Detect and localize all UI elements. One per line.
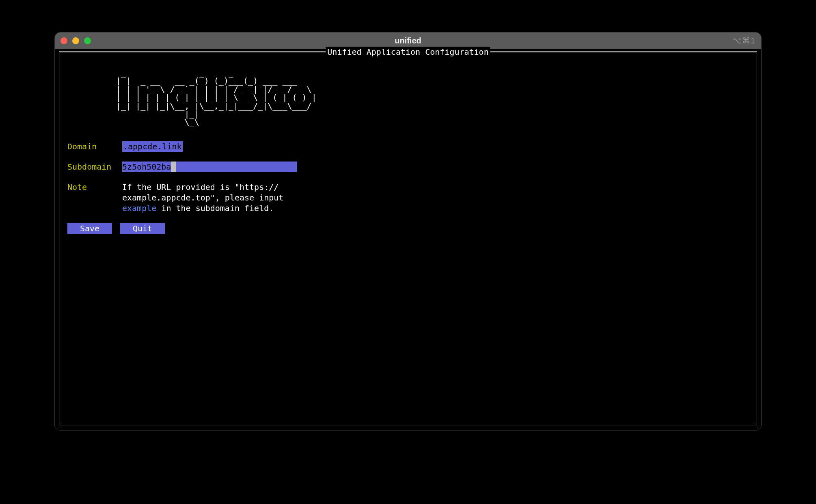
ascii-logo: _ _ _ | | _ __ __ _( ) (_)___(_) ___ ___… <box>116 69 749 127</box>
config-frame: Unified Application Configuration _ _ _ … <box>59 51 757 426</box>
domain-field[interactable]: .appcde.link <box>122 141 183 152</box>
note-line3b: in the subdomain field. <box>156 203 274 213</box>
subdomain-field[interactable]: 5z5oh502ba <box>122 162 297 172</box>
text-cursor-icon <box>171 162 176 172</box>
config-form: Domain .appcde.link Subdomain 5z5oh502ba… <box>67 141 749 234</box>
minimize-icon[interactable] <box>72 37 79 44</box>
note-label: Note <box>67 182 122 192</box>
subdomain-label: Subdomain <box>67 162 122 172</box>
note-line2: example.appcde.top", please input <box>122 193 283 202</box>
traffic-lights <box>60 37 91 44</box>
frame-title: Unified Application Configuration <box>326 47 490 57</box>
subdomain-row: Subdomain 5z5oh502ba <box>67 162 749 172</box>
zoom-icon[interactable] <box>84 37 91 44</box>
close-icon[interactable] <box>60 37 67 44</box>
note-row: Note If the URL provided is "https:// ex… <box>67 182 749 213</box>
note-text: If the URL provided is "https:// example… <box>122 182 283 213</box>
button-row: Save Quit <box>67 223 749 234</box>
note-highlight: example <box>122 203 156 213</box>
domain-label: Domain <box>67 141 122 152</box>
quit-button[interactable]: Quit <box>120 223 165 234</box>
shortcut-hint: ⌥⌘1 <box>732 36 756 45</box>
note-line1: If the URL provided is "https:// <box>122 182 278 192</box>
titlebar: unified ⌥⌘1 <box>55 32 761 49</box>
subdomain-value: 5z5oh502ba <box>122 162 171 172</box>
terminal-body: Unified Application Configuration _ _ _ … <box>55 49 761 430</box>
save-button[interactable]: Save <box>67 223 112 234</box>
window-title: unified <box>55 36 761 45</box>
terminal-window: unified ⌥⌘1 Unified Application Configur… <box>55 32 761 430</box>
domain-row: Domain .appcde.link <box>67 141 749 152</box>
